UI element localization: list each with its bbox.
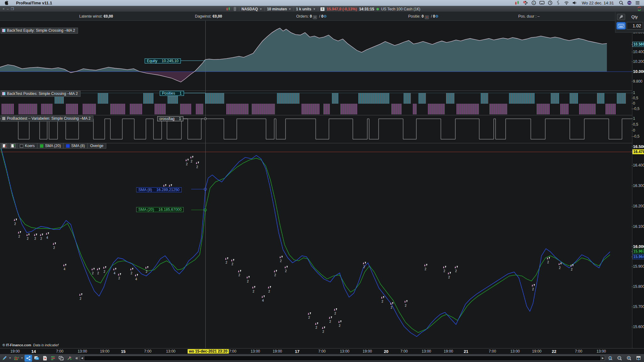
indicator-tool-icon[interactable] [13,355,20,362]
display-icon[interactable] [538,0,546,5]
time-tick: 19:00 [532,349,541,354]
orders-gear-icon[interactable]: ⚙ [323,14,327,19]
minimize-window-icon[interactable]: – [7,7,8,11]
collapse-panels-icon[interactable] [635,355,642,362]
time-machine-icon[interactable] [546,0,554,5]
wifi-icon[interactable] [562,0,570,5]
axis-tick-price: 16.100 [633,224,644,229]
variables-panel-title[interactable]: ProBacktest – Variabelen: Simple Crossin… [1,116,93,122]
svg-text:4: 4 [135,277,137,281]
comment-icon[interactable] [33,355,40,362]
collapse-toolbar-icon[interactable]: « [75,355,78,360]
equity-panel-title[interactable]: BackTest Equity: Simple Crossing –MA 2 [1,28,78,34]
legend-label: Koers [25,144,35,148]
zoom-fit-icon[interactable] [606,355,614,362]
link-chart-icon[interactable] [233,7,237,11]
windows-icon[interactable] [57,355,65,362]
order-settings-button[interactable] [617,14,625,20]
indicator-tool-dropdown[interactable]: ▼ [20,355,24,362]
svg-text:2: 2 [196,165,198,169]
notification-app-icon[interactable]: 1 [521,0,530,5]
volume-icon[interactable] [570,0,579,5]
timeframe-dropdown[interactable]: 10 minuten▼ [267,7,291,11]
time-axis[interactable]: 19:00147:0013:0019:00157:0013:00wo 15-de… [0,348,644,354]
svg-text:2: 2 [268,290,270,293]
draw-tool-dropdown[interactable]: ▼ [8,355,12,362]
svg-text:2: 2 [191,160,192,163]
settings-wrench-icon[interactable] [65,355,73,362]
siri-icon[interactable] [625,0,633,5]
price-chart[interactable]: 2222242422224224222222222224222222222222… [0,143,632,348]
legend-item-koers[interactable]: Koers [17,143,37,148]
axis-tick-equity: 9.800 [633,79,642,84]
short-position-block [110,104,125,114]
legend-buy-icon[interactable] [9,143,17,148]
svg-text:2: 2 [186,162,188,166]
axis-tick-posities: 1 [633,90,635,95]
legend-item-overige[interactable]: Overige [88,143,106,148]
scroll-right-icon[interactable]: ▶ [601,356,605,361]
equity-chart[interactable] [0,21,632,90]
svg-text:i: i [533,1,534,4]
positions-panel-title[interactable]: BackTest Posities: Simple Crossing –MA 2 [1,91,80,97]
svg-text:2: 2 [571,268,573,271]
restore-window-icon[interactable]: ❐ [11,7,14,11]
long-position-block [358,93,389,104]
svg-text:2: 2 [118,277,120,280]
svg-text:2: 2 [391,306,392,309]
chart-app-icon[interactable] [513,0,521,5]
time-tick: 7:00 [489,349,496,354]
quantity-input[interactable]: 1.02 [627,22,643,30]
zoom-in-icon[interactable] [625,355,633,362]
axis-tick-price: 15.600 [633,325,644,329]
refresh-icon[interactable] [636,6,642,11]
trade-marker: 2 [424,264,427,271]
crossflag-chart[interactable] [0,115,632,143]
position-gear-icon[interactable]: ⚙ [435,14,439,19]
report-icon[interactable] [41,355,48,362]
legend-item-sma8[interactable]: SMA (8) [64,143,87,148]
zoom-out-icon[interactable] [616,355,623,362]
svg-text:2: 2 [559,266,561,270]
info-menu-icon[interactable]: i [530,0,538,5]
spotlight-icon[interactable] [617,0,625,5]
svg-text:2: 2 [339,324,341,327]
trade-marker: 2 [252,286,255,293]
draw-tool-icon[interactable] [1,355,8,362]
scroll-left-icon[interactable]: ◀ [80,356,84,361]
legend-label: Overige [90,144,103,148]
bluetooth-icon[interactable] [554,0,562,5]
orderbook-icon[interactable] [49,355,57,362]
short-position-block [391,104,402,114]
legend-label: SMA (8) [71,144,85,148]
price-axis[interactable]: 10.80010.56910.40010.20010.0009.80010,50… [632,21,644,348]
horizontal-scrollbar[interactable]: ◀ ▶ [80,355,605,361]
long-position-block [509,93,535,104]
bottom-toolbar: ▼▼ « ◀ ▶ [0,354,644,362]
legend-item-sma20[interactable]: SMA (20) [37,143,64,148]
cancel-orders-icon[interactable]: ✕ [313,15,317,19]
legend-sell-icon[interactable] [0,143,9,148]
koers-checkbox[interactable] [20,144,23,148]
instrument-info-icon[interactable]: i [320,7,325,11]
control-center-icon[interactable] [633,0,641,5]
positions-chart[interactable] [0,90,632,115]
crossflag-cursor-label: crossflag1 [157,116,183,121]
symbol-dropdown[interactable]: NASDAQ▼ [242,7,262,11]
units-dropdown[interactable]: 1 k units▼ [296,7,316,11]
close-position-icon[interactable]: ✕ [425,15,429,19]
long-position-block [446,93,455,104]
apple-logo-icon[interactable] [4,1,9,5]
close-window-icon[interactable]: × [3,7,4,11]
scrollbar-track[interactable] [84,356,601,361]
share-icon[interactable] [25,355,32,362]
svg-text:2: 2 [322,330,324,333]
app-title[interactable]: ProRealTime v11.1 [16,1,52,5]
keyboard-entry-button[interactable] [616,22,626,30]
svg-text:2: 2 [80,297,81,300]
svg-text:2: 2 [103,270,105,273]
svg-text:2: 2 [92,272,94,275]
trade-marker: 2 [334,308,337,315]
short-position-block [18,104,37,114]
menubar-clock[interactable]: Wo 22 dec. 14:31 [582,1,614,5]
